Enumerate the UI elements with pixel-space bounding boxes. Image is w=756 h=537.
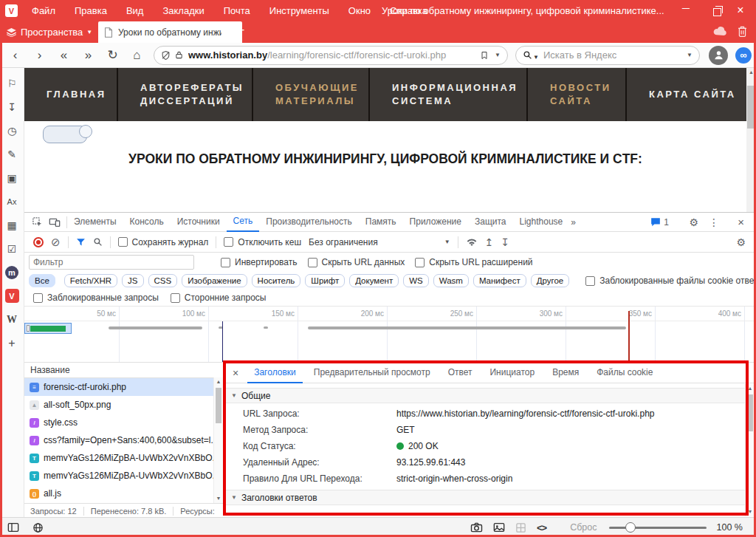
request-row[interactable]: TmemvYaGs126MiZpBA-UvWbX2vVnXBbO... xyxy=(24,467,223,485)
site-nav-dissertations[interactable]: АВТОРЕФЕРАТЫ ДИССЕРТАЦИЙ xyxy=(118,68,253,121)
rewind-button[interactable]: « xyxy=(52,48,76,63)
zoom-slider[interactable] xyxy=(609,527,707,529)
restore-button[interactable] xyxy=(713,6,721,19)
export-har-icon[interactable]: ↧ xyxy=(501,236,509,248)
site-nav-infosystem[interactable]: ИНФОРМАЦИОННАЯ СИСТЕМА xyxy=(370,68,528,121)
chip-image[interactable]: Изображение xyxy=(182,274,247,287)
menu-mail[interactable]: Почта xyxy=(214,0,260,21)
minimize-button[interactable]: ─ xyxy=(675,2,697,14)
request-row[interactable]: ()all.js xyxy=(24,485,223,502)
overview-selected-range[interactable] xyxy=(24,323,72,334)
more-tabs-icon[interactable]: » xyxy=(571,217,576,228)
devtools-menu-icon[interactable]: ⋮ xyxy=(709,216,719,228)
vivaldi-logo-icon[interactable]: V xyxy=(5,4,18,17)
devtools-tab-network[interactable]: Сеть xyxy=(227,212,260,232)
chip-js[interactable]: JS xyxy=(122,274,143,287)
devtools-close-icon[interactable]: × xyxy=(738,216,744,228)
close-button[interactable]: × xyxy=(729,4,752,17)
request-row[interactable]: /css?family=Open+Sans:400,600&subset=l..… xyxy=(24,431,223,449)
filter-toggle-icon[interactable] xyxy=(76,237,86,247)
devtools-tab-lighthouse[interactable]: Lighthouse xyxy=(513,213,570,231)
disable-cache-checkbox[interactable]: Отключить кеш xyxy=(224,237,301,247)
code-view-icon[interactable]: <> xyxy=(537,522,546,533)
menu-window[interactable]: Окно xyxy=(339,0,380,21)
devtools-tab-elements[interactable]: Элементы xyxy=(67,213,123,231)
downloads-icon[interactable]: ↧ xyxy=(7,100,16,114)
chip-wasm[interactable]: Wasm xyxy=(433,274,469,287)
device-toolbar-icon[interactable] xyxy=(49,217,61,228)
page-image-icon[interactable] xyxy=(493,522,505,533)
spaces-button[interactable]: Пространства ▼ xyxy=(6,21,92,43)
page-scrollbar[interactable]: ▲ xyxy=(746,68,756,212)
chip-ws[interactable]: WS xyxy=(403,274,429,287)
chip-manifest[interactable]: Манифест xyxy=(473,274,526,287)
request-row[interactable]: ≡forensic-ctf-uroki.php xyxy=(24,378,223,396)
response-headers-section-header[interactable]: ▼ Заголовки ответов xyxy=(224,490,746,505)
zoom-slider-knob[interactable] xyxy=(625,522,636,533)
network-search-icon[interactable] xyxy=(93,237,103,247)
history-icon[interactable]: ◷ xyxy=(7,124,16,138)
blocked-cookies-checkbox[interactable]: Заблокированные файлы cookie ответов xyxy=(585,276,756,286)
avatar[interactable] xyxy=(709,46,728,65)
page-scrollbar-thumb[interactable] xyxy=(747,86,755,129)
blocked-requests-checkbox[interactable]: Заблокированные запросы xyxy=(33,293,159,303)
search-dropdown-icon[interactable]: ▼ xyxy=(687,52,693,58)
devtools-tab-sources[interactable]: Источники xyxy=(171,213,227,231)
network-settings-icon[interactable]: ⚙ xyxy=(736,236,746,248)
details-tab-cookies[interactable]: Файлы cookie xyxy=(590,363,659,382)
third-party-checkbox[interactable]: Сторонние запросы xyxy=(171,293,267,303)
menu-view[interactable]: Вид xyxy=(117,0,154,21)
chip-font[interactable]: Шрифт xyxy=(305,274,345,287)
vivaldi-panel-icon[interactable]: V xyxy=(5,289,19,303)
request-row[interactable]: TmemvYaGs126MiZpBA-UvWbX2vVnXBbO... xyxy=(24,449,223,467)
menu-tools[interactable]: Инструменты xyxy=(260,0,339,21)
hide-data-urls-checkbox[interactable]: Скрыть URL данных xyxy=(308,257,405,267)
details-tab-initiator[interactable]: Инициатор xyxy=(483,363,541,382)
devtools-tab-security[interactable]: Защита xyxy=(468,213,513,231)
new-tab-button[interactable]: + xyxy=(238,24,244,37)
home-button[interactable]: ⌂ xyxy=(125,48,149,63)
details-tab-headers[interactable]: Заголовки xyxy=(247,363,303,383)
import-har-icon[interactable]: ↥ xyxy=(485,236,494,248)
network-overview-timeline[interactable]: 50 мс 100 мс 150 мс 200 мс 250 мс 300 мс… xyxy=(24,306,756,363)
request-list-scrollbar[interactable]: ▲ ▼ xyxy=(213,377,223,503)
scroll-down-icon[interactable]: ▼ xyxy=(214,494,223,503)
search-field[interactable]: ▼ Искать в Яндекс ▼ xyxy=(515,46,700,65)
site-nav-learning[interactable]: ОБУЧАЮЩИЕ МАТЕРИАЛЫ xyxy=(253,68,370,121)
devtools-tab-performance[interactable]: Производительность xyxy=(259,213,358,231)
bookmarks-icon[interactable]: ⚐ xyxy=(7,77,17,91)
request-list-header[interactable]: Название xyxy=(24,363,223,378)
chip-all[interactable]: Все xyxy=(29,274,55,287)
details-scrollbar-thumb[interactable] xyxy=(747,394,753,431)
devtools-settings-icon[interactable]: ⚙ xyxy=(689,216,698,228)
devtools-tab-application[interactable]: Приложение xyxy=(403,213,468,231)
chip-css[interactable]: CSS xyxy=(148,274,178,287)
scroll-up-icon[interactable]: ▲ xyxy=(746,68,756,77)
chip-other[interactable]: Другое xyxy=(531,274,570,287)
record-network-log-button[interactable] xyxy=(33,237,44,247)
tasks-icon[interactable]: ☑ xyxy=(7,242,17,256)
network-conditions-icon[interactable] xyxy=(466,238,478,247)
panel-toggle-icon[interactable] xyxy=(7,522,19,533)
devtools-tab-console[interactable]: Консоль xyxy=(123,213,171,231)
details-close-icon[interactable]: × xyxy=(233,367,238,379)
windows-icon[interactable]: ▣ xyxy=(7,171,16,185)
filter-input[interactable] xyxy=(29,255,194,270)
fast-forward-button[interactable]: » xyxy=(76,48,100,63)
active-tab[interactable]: Уроки по обратному инжи xyxy=(98,21,242,43)
address-dropdown-icon[interactable]: ▼ xyxy=(495,52,501,58)
translate-icon[interactable]: Aх xyxy=(7,195,17,209)
zoom-reset-button[interactable]: Сброс xyxy=(570,522,597,533)
request-row[interactable]: ▲all-soft_50px.png xyxy=(24,396,223,414)
details-scrollbar[interactable]: ▲ ▼ xyxy=(745,384,755,516)
notes-icon[interactable]: ✎ xyxy=(7,148,16,162)
scroll-down-icon[interactable]: ▼ xyxy=(746,507,755,516)
details-tab-preview[interactable]: Предварительный просмотр xyxy=(307,363,437,382)
menu-bookmarks[interactable]: Закладки xyxy=(153,0,213,21)
add-panel-icon[interactable]: + xyxy=(8,336,15,350)
inspect-element-icon[interactable] xyxy=(32,216,43,228)
wikipedia-panel-icon[interactable]: W xyxy=(7,312,17,326)
details-tab-timing[interactable]: Время xyxy=(546,363,585,382)
site-nav-home[interactable]: ГЛАВНАЯ xyxy=(24,68,118,121)
hide-extension-urls-checkbox[interactable]: Скрыть URL расширений xyxy=(415,257,532,267)
